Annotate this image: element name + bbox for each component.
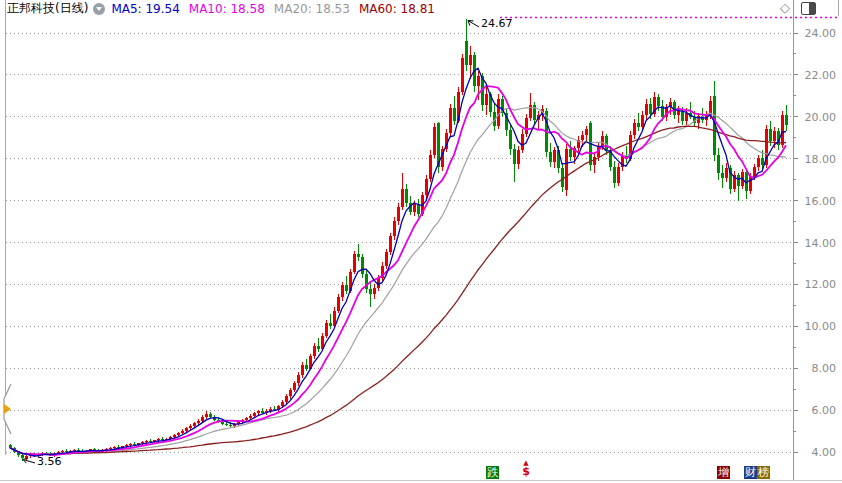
candle-body xyxy=(633,123,636,135)
dollar-icon[interactable]: ▲ $ xyxy=(518,461,534,477)
badge-zeng[interactable]: 增 xyxy=(717,466,730,479)
candles xyxy=(9,19,788,461)
candle-body xyxy=(361,257,364,274)
badge-cai[interactable]: 财 xyxy=(744,466,757,479)
candle-body xyxy=(461,58,464,92)
candle-body xyxy=(725,168,728,177)
candle-body xyxy=(113,447,116,448)
peak-price-label: 24.67 xyxy=(481,17,513,30)
candle-body xyxy=(297,375,300,383)
stock-title: 正邦科技(日线) xyxy=(7,0,88,17)
ma60-line xyxy=(10,126,786,454)
candle-body xyxy=(341,285,344,297)
candle-body xyxy=(581,135,584,140)
candle-body xyxy=(189,426,192,429)
candle-body xyxy=(185,428,188,431)
candle-body xyxy=(293,383,296,390)
candle-body xyxy=(649,104,652,113)
candle-body xyxy=(769,129,772,141)
candle-body xyxy=(345,285,348,290)
candle-body xyxy=(469,55,472,65)
candle-body xyxy=(613,167,616,183)
y-axis-label: 4.00 xyxy=(812,446,837,459)
candle-body xyxy=(317,346,320,349)
candle-body xyxy=(517,150,520,164)
chevron-down-icon xyxy=(96,7,102,11)
y-axis-label: 6.00 xyxy=(812,404,837,417)
candle-body xyxy=(681,111,684,121)
candle-body xyxy=(645,104,648,114)
candle-body xyxy=(761,158,764,165)
candle-body xyxy=(129,444,132,445)
candle-body xyxy=(513,149,516,164)
candle-body xyxy=(561,168,564,187)
candle-body xyxy=(229,425,232,426)
ma5-indicator: MA5: 19.54 xyxy=(111,2,179,16)
candle-body xyxy=(429,155,432,179)
y-axis-label: 20.00 xyxy=(805,111,837,124)
candle-body xyxy=(773,131,776,140)
candle-body xyxy=(269,409,272,411)
candle-body xyxy=(585,129,588,134)
candle-body xyxy=(393,221,396,237)
ma20-indicator: MA20: 18.53 xyxy=(274,2,350,16)
candle-body xyxy=(201,417,204,420)
chart-header: 正邦科技(日线) MA5: 19.54 MA10: 18.58 MA20: 18… xyxy=(7,1,444,16)
candle-body xyxy=(521,134,524,151)
candle-body xyxy=(285,396,288,401)
y-axis-label: 8.00 xyxy=(812,362,837,375)
candle-body xyxy=(401,189,404,207)
candle-body xyxy=(193,423,196,426)
peak-arrow xyxy=(468,21,479,28)
candle-body xyxy=(333,311,336,327)
candle-body xyxy=(641,115,644,128)
candle-body xyxy=(385,252,388,266)
candle-body xyxy=(389,236,392,252)
candle-body xyxy=(357,254,360,257)
candle-body xyxy=(549,152,552,161)
candle-body xyxy=(181,431,184,434)
diamond-icon[interactable]: ◇ xyxy=(780,1,790,15)
candle-body xyxy=(397,207,400,221)
panel-toggle-icon[interactable] xyxy=(801,2,816,15)
y-axis-label: 18.00 xyxy=(805,153,837,166)
candle-body xyxy=(21,455,24,458)
candle-body xyxy=(525,118,528,134)
candle-body xyxy=(749,177,752,192)
candle-body xyxy=(717,155,720,174)
ma20-line xyxy=(10,108,786,455)
low-price-label: 3.56 xyxy=(37,455,62,468)
candle-body xyxy=(657,97,660,106)
badge-bang[interactable]: 榜 xyxy=(757,466,770,479)
candle-body xyxy=(601,136,604,146)
y-axis-label: 10.00 xyxy=(805,320,837,333)
candle-body xyxy=(509,130,512,149)
candle-body xyxy=(449,108,452,132)
candle-body xyxy=(433,127,436,154)
toolbar-right: ◇ xyxy=(780,0,816,16)
candle-body xyxy=(781,115,784,145)
y-axis-label: 24.00 xyxy=(805,27,837,40)
candle-body xyxy=(197,421,200,424)
y-axis-label: 16.00 xyxy=(805,195,837,208)
y-axis-label: 22.00 xyxy=(805,69,837,82)
candle-body xyxy=(145,441,148,442)
candle-body xyxy=(637,123,640,127)
candle-body xyxy=(569,149,572,156)
ma10-line xyxy=(10,86,786,455)
ma60-indicator: MA60: 18.81 xyxy=(359,2,435,16)
indicator-dropdown-button[interactable] xyxy=(93,3,105,15)
candle-body xyxy=(413,204,416,212)
candle-body xyxy=(353,254,356,272)
candle-body xyxy=(329,323,332,326)
candle-body xyxy=(245,418,248,420)
candle-body xyxy=(281,402,284,407)
candle-body xyxy=(305,365,308,369)
badge-die[interactable]: 跌 xyxy=(486,466,499,479)
candle-body xyxy=(289,390,292,396)
candle-body xyxy=(173,435,176,437)
candle-body xyxy=(565,149,568,190)
candle-body xyxy=(453,108,456,121)
candlestick-chart[interactable]: 24.0022.0020.0018.0016.0014.0012.0010.00… xyxy=(0,0,842,483)
candle-body xyxy=(437,123,440,167)
